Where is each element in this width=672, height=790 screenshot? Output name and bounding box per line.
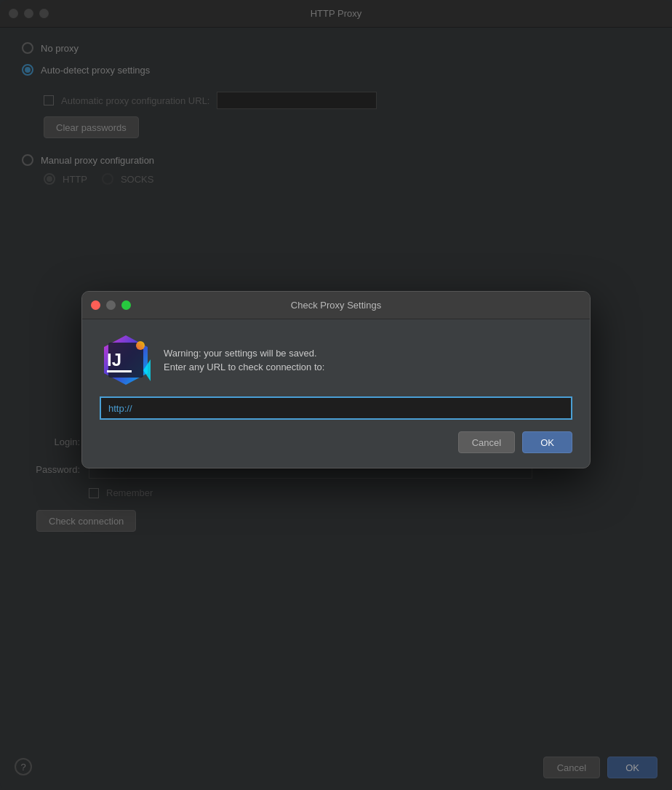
check-proxy-title: Check Proxy Settings: [291, 300, 381, 311]
check-proxy-ok-button[interactable]: OK: [522, 431, 572, 453]
check-proxy-maximize[interactable]: [121, 300, 131, 310]
svg-rect-3: [107, 370, 132, 372]
intellij-logo: IJ: [100, 334, 152, 386]
check-proxy-titlebar: Check Proxy Settings: [82, 292, 590, 319]
svg-point-4: [136, 341, 145, 350]
check-proxy-controls: [91, 300, 131, 310]
warning-line1: Warning: your settings will be saved.: [164, 346, 324, 361]
check-proxy-modal: Check Proxy Settings: [81, 291, 591, 468]
warning-line2: Enter any URL to check connection to:: [164, 360, 324, 375]
warning-text: Warning: your settings will be saved. En…: [164, 334, 324, 386]
modal-overlay: Check Proxy Settings: [0, 0, 672, 790]
modal-buttons: Cancel OK: [100, 431, 572, 453]
warning-section: IJ Warning: your settings will be saved.…: [100, 334, 572, 386]
check-proxy-minimize[interactable]: [106, 300, 116, 310]
svg-text:IJ: IJ: [107, 350, 121, 370]
check-proxy-content: IJ Warning: your settings will be saved.…: [82, 319, 590, 468]
check-proxy-cancel-button[interactable]: Cancel: [458, 431, 515, 453]
check-proxy-url-input[interactable]: [100, 396, 572, 420]
check-proxy-close[interactable]: [91, 300, 100, 310]
